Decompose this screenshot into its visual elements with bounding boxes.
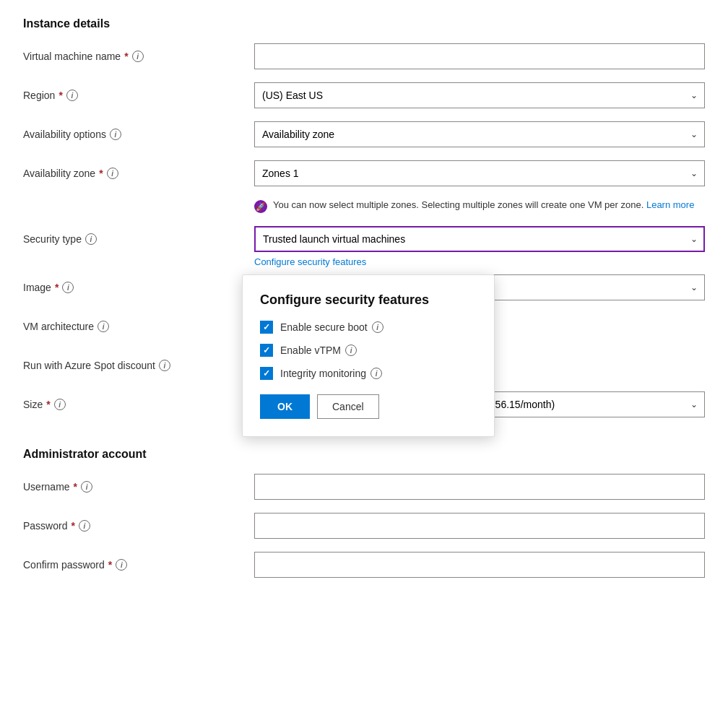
username-control — [254, 474, 705, 500]
availability-zone-select[interactable]: Zones 1 — [254, 160, 705, 186]
vm-name-input[interactable] — [254, 43, 705, 69]
region-label: Region * i — [23, 90, 254, 101]
security-type-select-wrapper: Trusted launch virtual machines ⌄ — [254, 226, 705, 252]
password-row: Password * i — [23, 513, 705, 539]
security-type-control: Trusted launch virtual machines ⌄ — [254, 226, 705, 252]
secure-boot-row: Enable secure boot i — [260, 321, 477, 334]
password-input[interactable] — [254, 513, 705, 539]
integrity-monitoring-row: Integrity monitoring i — [260, 367, 477, 380]
confirm-password-row: Confirm password * i — [23, 552, 705, 578]
password-info-icon[interactable]: i — [79, 520, 90, 532]
confirm-password-control — [254, 552, 705, 578]
availability-zone-info-icon[interactable]: i — [107, 168, 118, 179]
admin-section-title: Administrator account — [23, 448, 705, 461]
availability-options-control: Availability zone ⌄ — [254, 121, 705, 147]
configure-security-modal: Configure security features Enable secur… — [242, 274, 495, 437]
spot-discount-info-icon[interactable]: i — [159, 360, 170, 371]
secure-boot-label: Enable secure boot i — [280, 321, 384, 333]
section-title: Instance details — [23, 17, 705, 30]
availability-zone-control: Zones 1 ⌄ — [254, 160, 705, 186]
image-info-icon[interactable]: i — [62, 282, 74, 293]
zones-note-row: 🚀 You can now select multiple zones. Sel… — [254, 199, 705, 213]
security-type-info-icon[interactable]: i — [85, 233, 97, 245]
region-row: Region * i (US) East US ⌄ — [23, 82, 705, 108]
confirm-password-input[interactable] — [254, 552, 705, 578]
availability-zone-select-wrapper: Zones 1 ⌄ — [254, 160, 705, 186]
username-input[interactable] — [254, 474, 705, 500]
confirm-password-label: Confirm password * i — [23, 559, 254, 571]
security-type-label: Security type i — [23, 233, 254, 245]
vm-name-required: * — [124, 51, 128, 62]
confirm-password-info-icon[interactable]: i — [116, 559, 127, 571]
region-required: * — [58, 90, 62, 101]
vm-name-info-icon[interactable]: i — [132, 51, 144, 62]
availability-zone-required: * — [99, 168, 103, 179]
vm-name-label: Virtual machine name * i — [23, 51, 254, 62]
modal-ok-button[interactable]: OK — [260, 394, 310, 419]
image-required: * — [55, 282, 58, 293]
availability-zone-label: Availability zone * i — [23, 168, 254, 179]
username-row: Username * i — [23, 474, 705, 500]
availability-options-select-wrapper: Availability zone ⌄ — [254, 121, 705, 147]
image-label: Image * i — [23, 282, 254, 293]
username-required: * — [74, 481, 77, 493]
modal-title: Configure security features — [260, 292, 477, 308]
availability-options-row: Availability options i Availability zone… — [23, 121, 705, 147]
vm-architecture-info-icon[interactable]: i — [98, 321, 109, 332]
size-label: Size * i — [23, 399, 254, 410]
vm-name-control — [254, 43, 705, 69]
size-info-icon[interactable]: i — [54, 399, 66, 410]
password-label: Password * i — [23, 520, 254, 532]
modal-buttons: OK Cancel — [260, 394, 477, 419]
secure-boot-info-icon[interactable]: i — [372, 321, 384, 333]
region-select[interactable]: (US) East US — [254, 82, 705, 108]
security-type-row: Security type i Trusted launch virtual m… — [23, 226, 705, 252]
vtpm-checkbox[interactable] — [260, 344, 273, 357]
vm-name-row: Virtual machine name * i — [23, 43, 705, 69]
password-control — [254, 513, 705, 539]
password-required: * — [71, 520, 74, 532]
modal-cancel-button[interactable]: Cancel — [317, 394, 379, 419]
integrity-monitoring-checkbox[interactable] — [260, 367, 273, 380]
zones-note-text: You can now select multiple zones. Selec… — [273, 199, 694, 210]
confirm-password-required: * — [108, 559, 112, 571]
integrity-monitoring-label: Integrity monitoring i — [280, 368, 382, 379]
configure-security-link-row: Configure security features — [254, 256, 705, 267]
availability-options-info-icon[interactable]: i — [110, 129, 121, 140]
vtpm-info-icon[interactable]: i — [345, 344, 357, 356]
username-label: Username * i — [23, 481, 254, 493]
vm-architecture-label: VM architecture i — [23, 321, 254, 332]
learn-more-link[interactable]: Learn more — [646, 199, 694, 210]
size-required: * — [46, 399, 50, 410]
configure-security-link[interactable]: Configure security features — [254, 256, 366, 267]
region-control: (US) East US ⌄ — [254, 82, 705, 108]
availability-options-select[interactable]: Availability zone — [254, 121, 705, 147]
secure-boot-checkbox[interactable] — [260, 321, 273, 334]
vtpm-label: Enable vTPM i — [280, 344, 357, 356]
integrity-monitoring-info-icon[interactable]: i — [370, 368, 382, 379]
zones-rocket-icon: 🚀 — [254, 200, 267, 213]
security-type-select[interactable]: Trusted launch virtual machines — [254, 226, 705, 252]
region-info-icon[interactable]: i — [66, 90, 78, 101]
region-select-wrapper: (US) East US ⌄ — [254, 82, 705, 108]
vtpm-row: Enable vTPM i — [260, 344, 477, 357]
availability-options-label: Availability options i — [23, 129, 254, 140]
spot-discount-label: Run with Azure Spot discount i — [23, 360, 254, 371]
username-info-icon[interactable]: i — [81, 481, 92, 493]
availability-zone-row: Availability zone * i Zones 1 ⌄ — [23, 160, 705, 186]
